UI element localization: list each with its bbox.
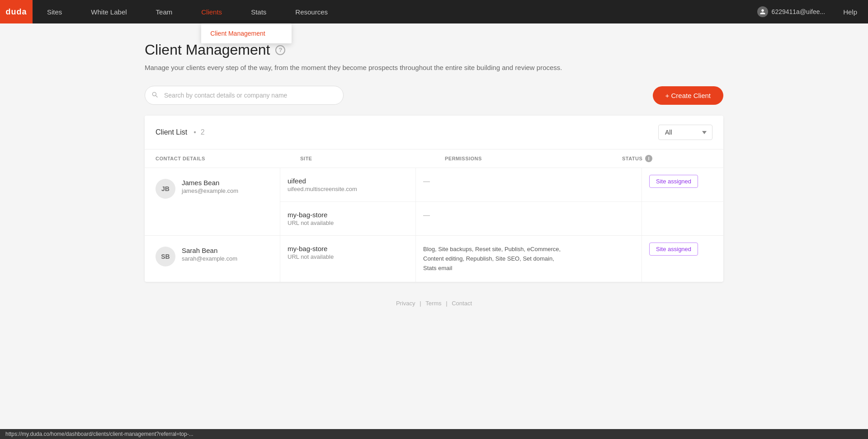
avatar: JB	[156, 179, 175, 199]
status-cell	[642, 202, 723, 235]
col-header-permissions: PERMISSIONS	[445, 155, 622, 162]
nav-item-clients[interactable]: Clients Client Management	[187, 0, 236, 23]
page-subtitle: Manage your clients every step of the wa…	[145, 64, 723, 71]
user-email: 6229411a@uifee...	[772, 8, 826, 15]
client-count: 2	[201, 128, 205, 136]
avatar: SB	[156, 247, 175, 266]
nav-item-stats[interactable]: Stats	[236, 0, 281, 23]
nav-item-team[interactable]: Team	[142, 0, 187, 23]
site-cell: uifeed uifeed.multiscreensite.com	[280, 168, 416, 201]
status-cell: Site assigned	[642, 236, 723, 282]
nav-user[interactable]: 6229411a@uifee...	[750, 6, 833, 17]
contact-email: sarah@example.com	[182, 255, 237, 262]
site-url: uifeed.multiscreensite.com	[288, 186, 408, 192]
logo-text: duda	[6, 7, 27, 17]
status-cell: Site assigned	[642, 168, 723, 201]
contact-name: Sarah Bean	[182, 247, 237, 254]
site-url: URL not available	[288, 220, 408, 226]
nav-right: 6229411a@uifee... Help	[750, 6, 868, 17]
james-bean-contact[interactable]: JB James Bean james@example.com	[145, 168, 280, 235]
site-url: URL not available	[288, 253, 408, 260]
search-wrapper	[145, 86, 344, 105]
footer-terms-link[interactable]: Terms	[425, 300, 441, 307]
contact-name: James Bean	[182, 179, 238, 187]
col-header-contact: CONTACT DETAILS	[156, 155, 300, 162]
help-icon[interactable]: ?	[275, 45, 285, 55]
site-row: my-bag-store URL not available Blog, Sit…	[280, 236, 723, 282]
search-create-row: + Create Client	[145, 86, 723, 105]
nav-item-resources[interactable]: Resources	[281, 0, 342, 23]
site-name: uifeed	[288, 177, 408, 185]
nav-item-white-label[interactable]: White Label	[76, 0, 141, 23]
page-title: Client Management	[145, 42, 270, 58]
create-client-button[interactable]: + Create Client	[653, 86, 723, 105]
permissions-cell: —	[416, 202, 642, 235]
main-content: Client Management ? Manage your clients …	[118, 23, 750, 343]
footer: Privacy | Terms | Contact	[145, 282, 723, 325]
search-input[interactable]	[145, 86, 344, 105]
search-icon	[151, 91, 158, 100]
site-row: uifeed uifeed.multiscreensite.com — Site…	[280, 168, 723, 202]
status-badge: Site assigned	[649, 175, 698, 188]
status-info-icon[interactable]: i	[645, 155, 652, 162]
site-cell: my-bag-store URL not available	[280, 202, 416, 235]
user-avatar-icon	[757, 6, 768, 17]
status-bar: https://my.duda.co/home/dashboard/client…	[0, 429, 868, 439]
table-body: JB James Bean james@example.com uifeed u…	[145, 168, 723, 282]
top-navigation: duda Sites White Label Team Clients Clie…	[0, 0, 868, 23]
dropdown-item-client-management[interactable]: Client Management	[201, 23, 292, 43]
logo[interactable]: duda	[0, 0, 33, 23]
page-header: Client Management ?	[145, 42, 723, 58]
client-list-card: Client List • 2 All Active Inactive CONT…	[145, 116, 723, 282]
site-name: my-bag-store	[288, 211, 408, 219]
site-cell: my-bag-store URL not available	[280, 236, 416, 282]
site-name: my-bag-store	[288, 245, 408, 252]
footer-contact-link[interactable]: Contact	[452, 300, 472, 307]
col-header-status: STATUS i	[622, 155, 712, 162]
table-row: SB Sarah Bean sarah@example.com my-bag-s…	[145, 236, 723, 282]
contact-email: james@example.com	[182, 187, 238, 194]
client-list-title: Client List • 2	[156, 128, 205, 136]
client-list-header: Client List • 2 All Active Inactive	[145, 116, 723, 149]
permissions-cell: —	[416, 168, 642, 201]
col-header-site: SITE	[300, 155, 445, 162]
table-row: JB James Bean james@example.com uifeed u…	[145, 168, 723, 236]
site-row: my-bag-store URL not available —	[280, 202, 723, 235]
footer-privacy-link[interactable]: Privacy	[396, 300, 415, 307]
nav-help[interactable]: Help	[832, 8, 868, 16]
status-badge: Site assigned	[649, 243, 698, 256]
nav-items: Sites White Label Team Clients Client Ma…	[33, 0, 750, 23]
table-header: CONTACT DETAILS SITE PERMISSIONS STATUS …	[145, 149, 723, 168]
nav-item-sites[interactable]: Sites	[33, 0, 76, 23]
sarah-bean-contact[interactable]: SB Sarah Bean sarah@example.com	[145, 236, 280, 282]
clients-dropdown: Client Management	[201, 23, 292, 43]
permissions-cell: Blog, Site backups, Reset site, Publish,…	[416, 236, 642, 282]
filter-select[interactable]: All Active Inactive	[658, 125, 712, 140]
